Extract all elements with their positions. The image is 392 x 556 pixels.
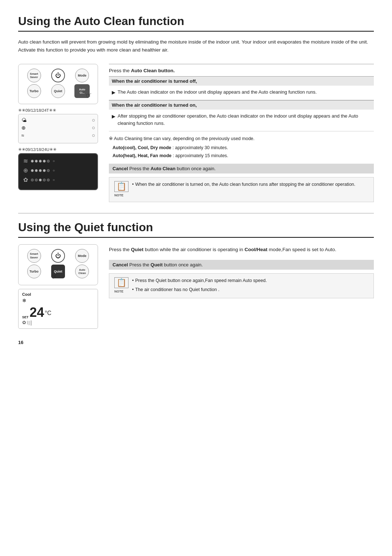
- note-icon-area: 📋 NOTE: [114, 181, 128, 198]
- quiet-display-panel: Cool ❄ SET 24 °C ✿ | | |: [18, 289, 98, 329]
- note-box-auto: 📋 NOTE •When the air conditioner is turn…: [109, 177, 374, 202]
- t-dot-2: [92, 127, 95, 129]
- q-mode-round: Mode: [75, 249, 89, 263]
- press-instruction: Press the Auto Clean button.: [109, 64, 374, 73]
- dot: [31, 179, 34, 181]
- u-display-row-3: ✿ ○: [23, 176, 93, 183]
- remote-control-auto: SmartSaver ⏻ Mode Turbo: [18, 64, 98, 104]
- model-t-label: ✳✳09/12/18/24T✳✳: [18, 108, 98, 113]
- quiet-cancel-text2: button once again.: [163, 262, 203, 267]
- q-press-text1: Press the: [109, 247, 131, 252]
- auto-clean-left: SmartSaver ⏻ Mode Turbo: [18, 64, 98, 202]
- quiet-note-item-2: •The air conditioner has no Quiet functi…: [132, 286, 267, 293]
- when-off-body: ▶ The Auto clean indicator on the indoor…: [109, 86, 374, 100]
- misc-note: ※ Auto Cleaning time can vary, depending…: [109, 135, 374, 160]
- dot: [35, 179, 38, 181]
- note-content: •When the air conditioner is turned on, …: [132, 181, 355, 188]
- q-power-round: ⏻: [51, 249, 65, 263]
- u-display-row-2: ⊕ ○: [23, 167, 93, 174]
- snowflake-icon: ❄: [22, 298, 26, 303]
- dot: [31, 160, 34, 163]
- sun-icon: 🌤: [21, 117, 26, 123]
- cancel-bar: Cancel Press the Auto Clean button once …: [109, 164, 374, 173]
- q-smart-saver-round: SmartSaver: [27, 249, 41, 263]
- cool-label: Cool: [22, 292, 94, 297]
- t-display-row-1: 🌤: [21, 117, 95, 123]
- auto-clean-intro: Auto clean function will prevent from gr…: [18, 38, 374, 54]
- fan-icon-row: ✿ | | |: [22, 320, 94, 326]
- auto-clean-right: Press the Auto Clean button. When the ai…: [109, 64, 374, 202]
- mode-time-1-rest: : approximately 30 minutes.: [171, 145, 228, 150]
- page-number: 16: [18, 340, 374, 345]
- fan-icon: ✿: [22, 320, 26, 325]
- when-off-text: The Auto clean indicator on the indoor u…: [118, 89, 317, 96]
- u-circle-2: ○: [53, 168, 55, 172]
- u-dots-2: [31, 169, 50, 172]
- press-text: Press the: [109, 68, 131, 73]
- when-on-item: ▶ After stopping the air conditioner ope…: [112, 113, 371, 127]
- dot: [31, 169, 34, 172]
- quiet-cancel-bold: Queit: [151, 262, 163, 267]
- arrow-symbol-2: ▶: [112, 113, 115, 120]
- quiet-instruction-text: Press the Quiet button while the air con…: [109, 246, 374, 254]
- cancel-bold: Auto Clean: [151, 166, 176, 171]
- mode-btn: Mode: [71, 69, 93, 82]
- arrow-symbol: ▶: [112, 89, 115, 96]
- dot: [39, 179, 42, 181]
- note-label: NOTE: [114, 193, 128, 198]
- fan-bar-1: |: [27, 320, 28, 324]
- q-power: ⏻: [47, 249, 69, 263]
- mode-time-2: Auto(heat), Heat, Fan mode : approximate…: [113, 152, 374, 160]
- u-sun-icon: ✿: [23, 176, 28, 183]
- dot: [43, 179, 46, 181]
- u-dots-3: [31, 179, 50, 181]
- section-divider: [18, 213, 374, 213]
- t-display-row-2: ⊕: [21, 125, 95, 131]
- set-label: SET: [22, 315, 29, 319]
- smart-saver-btn: SmartSaver: [23, 69, 45, 82]
- mode-round: Mode: [75, 69, 89, 82]
- misc-note-text: ※ Auto Cleaning time can vary, depending…: [109, 135, 374, 142]
- dot: [39, 160, 42, 163]
- cancel-label: Cancel: [113, 166, 128, 171]
- wave-icon: ≈: [21, 132, 24, 138]
- power-round: ⏻: [51, 69, 65, 82]
- q-press-bold: Quiet: [131, 247, 144, 252]
- note-box-quiet: 📋 NOTE •Press the Quiet button once agai…: [109, 273, 374, 298]
- mode-times: Auto(cool), Cool, Dry mode : approximate…: [113, 144, 374, 160]
- temp-row: SET 24 °C: [22, 306, 94, 319]
- power-btn: ⏻: [47, 69, 69, 82]
- mode-time-1-bold: Auto(cool), Cool, Dry mode: [113, 145, 171, 150]
- t-display-panel: 🌤 ⊕ ≈: [18, 114, 98, 143]
- q-press-text3: mode,Fan speed is set to Auto.: [268, 247, 336, 252]
- t-dot-3: [92, 134, 95, 137]
- fan-bar-2: |: [29, 320, 30, 325]
- quiet-left: SmartSaver ⏻ Mode Turbo: [18, 244, 98, 329]
- mode-time-2-bold: Auto(heat), Heat, Fan mode: [113, 153, 172, 158]
- u-clock-icon: ⊕: [23, 167, 28, 174]
- dot: [47, 169, 50, 172]
- quiet-body: SmartSaver ⏻ Mode Turbo: [18, 244, 374, 329]
- dot: [47, 160, 50, 163]
- note-text: When the air conditioner is turned on, t…: [135, 182, 355, 187]
- u-circle-3: ○: [53, 178, 55, 182]
- press-label: Press the Auto Clean button.: [109, 68, 374, 73]
- u-dots-1: [31, 160, 50, 163]
- t-dot-1: [92, 119, 95, 122]
- quiet-cancel-label: Cancel: [113, 262, 128, 267]
- mode-time-2-rest: : approximately 15 minutes.: [172, 153, 228, 158]
- t-display-row-3: ≈: [21, 132, 95, 138]
- quiet-note-label: NOTE: [114, 289, 128, 294]
- press-bold: Auto Clean button.: [131, 68, 175, 73]
- quiet-note-text-1: Press the Quiet button once again,Fan sp…: [135, 278, 267, 283]
- dot: [43, 160, 46, 163]
- q-press-text2: button while the air conditioner is oper…: [143, 247, 244, 252]
- quiet-note-icon-area: 📋 NOTE: [114, 277, 128, 294]
- u-circle-1: ○: [53, 159, 55, 163]
- temp-value: 24: [30, 306, 44, 319]
- quiet-right: Press the Quiet button while the air con…: [109, 244, 374, 329]
- auto-clean-body: SmartSaver ⏻ Mode Turbo: [18, 64, 374, 202]
- degree-symbol: °C: [45, 310, 52, 316]
- quiet-cancel-text: Press the: [129, 262, 151, 267]
- model-u-label: ✳✳09/12/18/24U✳✳: [18, 147, 98, 152]
